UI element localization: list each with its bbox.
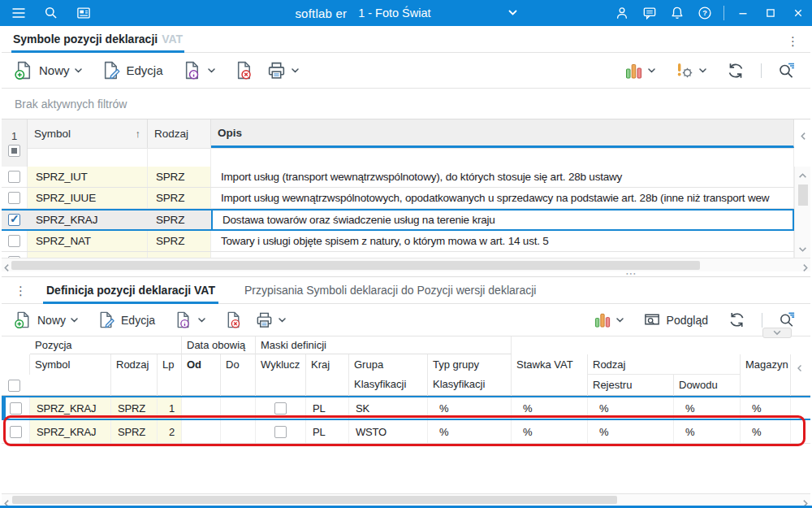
- column-header-rejestru[interactable]: Rejestru: [588, 375, 674, 396]
- print-button[interactable]: [261, 57, 304, 84]
- row-checkbox-checked[interactable]: [8, 214, 20, 226]
- column-header-grupa-klasyfikacji[interactable]: GrupaKlasyfikacji: [349, 354, 428, 396]
- horizontal-scrollbar[interactable]: [2, 493, 810, 506]
- main-tabbar: Symbole pozycji deklaracji VAT ⋮: [2, 26, 810, 53]
- nowy-button[interactable]: Nowy: [8, 57, 88, 84]
- vertical-scrollbar[interactable]: [794, 167, 810, 258]
- warning-gear-icon: [675, 61, 694, 80]
- search-icon[interactable]: [37, 0, 65, 26]
- delete-button[interactable]: [229, 57, 261, 84]
- column-header-dowodu[interactable]: Dowodu: [674, 375, 741, 396]
- help-icon[interactable]: ?: [691, 0, 719, 26]
- table-row[interactable]: SPRZ_IUT SPRZ Import usług (transport we…: [2, 167, 794, 188]
- select-all-checkbox[interactable]: [8, 380, 20, 392]
- scrollbar-thumb[interactable]: [11, 261, 700, 270]
- news-panel-icon[interactable]: [70, 0, 97, 26]
- scrollbar-thumb[interactable]: [12, 496, 617, 504]
- window-title: 1 - Foto Świat: [358, 7, 430, 20]
- column-header-rodzaj[interactable]: Rodzaj: [148, 119, 211, 148]
- filter-cell[interactable]: [28, 148, 148, 167]
- collapse-panel-button[interactable]: [762, 328, 792, 338]
- refresh-button[interactable]: [722, 307, 752, 332]
- cell-stawka-vat: %: [512, 397, 588, 419]
- column-header-symbol[interactable]: Symbol ↑: [28, 119, 148, 148]
- cell-rodzaj: SPRZ: [148, 252, 211, 258]
- column-header-rodzaj-group[interactable]: Rodzaj: [588, 354, 741, 375]
- podglad-button[interactable]: Podgląd: [637, 307, 714, 332]
- document-delete-icon: [225, 310, 244, 329]
- sort-ascending-icon[interactable]: ↑: [136, 128, 141, 140]
- scroll-up-icon[interactable]: [798, 168, 807, 183]
- edycja-button[interactable]: Edycja: [96, 57, 169, 84]
- horizontal-scrollbar[interactable]: [2, 258, 810, 271]
- tab-definicja-pozycji[interactable]: Definicja pozycji deklaracji VAT: [43, 277, 218, 304]
- column-header-od[interactable]: Od: [182, 354, 221, 396]
- row-checkbox[interactable]: [8, 192, 20, 204]
- cell-do: [221, 420, 256, 443]
- cell-opis: Import usług (transport wewnątrzwspólnot…: [211, 167, 794, 187]
- minimize-button[interactable]: [729, 0, 757, 26]
- document-info-button[interactable]: [169, 307, 211, 332]
- table-row-annotated[interactable]: SPRZ_KRAJ SPRZ 2 PL WSTO % % % % %: [2, 420, 810, 444]
- table-row[interactable]: SPRZ_NAT SPRZ Towary i usługi objęte spi…: [2, 231, 794, 252]
- row-header-cell[interactable]: 1: [2, 119, 28, 167]
- column-header-opis[interactable]: Opis: [211, 119, 794, 148]
- column-header-stawka-vat[interactable]: Stawka VAT: [512, 354, 588, 396]
- delete-button[interactable]: [219, 307, 249, 332]
- refresh-icon: [728, 310, 746, 329]
- document-new-icon: [14, 310, 32, 329]
- bell-icon[interactable]: [663, 0, 691, 26]
- column-scroll-left-icon[interactable]: [799, 129, 808, 144]
- filter-cell[interactable]: [148, 148, 211, 167]
- row-checkbox[interactable]: [10, 402, 22, 415]
- column-header-symbol[interactable]: Symbol: [30, 354, 111, 396]
- chart-view-button[interactable]: [620, 59, 661, 83]
- edycja-button[interactable]: Edycja: [92, 307, 161, 332]
- table-row[interactable]: SPRZ_IUUE SPRZ Import usług wewnątrzwspó…: [2, 188, 794, 209]
- cell-magazyn: %: [741, 397, 791, 419]
- row-checkbox[interactable]: [8, 235, 20, 247]
- maximize-button[interactable]: [757, 0, 784, 26]
- scroll-down-icon[interactable]: [798, 241, 807, 256]
- chevron-down-icon: [208, 68, 215, 73]
- column-scroll-left-icon[interactable]: [791, 354, 810, 375]
- wyklucz-checkbox[interactable]: [274, 426, 287, 438]
- table-row-selected[interactable]: SPRZ_KRAJ SPRZ 1 PL SK % % % % %: [2, 396, 810, 420]
- column-header-do[interactable]: Do: [221, 354, 256, 396]
- column-header-wyklucz[interactable]: Wyklucz: [256, 354, 306, 396]
- top-toolbar: Nowy Edycja: [2, 53, 810, 89]
- row-checkbox[interactable]: [10, 426, 22, 438]
- detail-panel-menu-icon[interactable]: ⋮: [10, 281, 32, 300]
- cell-od: [182, 397, 221, 419]
- document-info-button[interactable]: [177, 57, 221, 84]
- user-icon[interactable]: [608, 0, 636, 26]
- refresh-button[interactable]: [720, 58, 751, 84]
- cell-kraj: PL: [306, 397, 349, 419]
- tab-symbole-pozycji-deklaracji-vat[interactable]: Symbole pozycji deklaracji VAT: [11, 26, 184, 53]
- table-row-clipped[interactable]: SPRZ_OS SPRZ Dostawa towarów/świadczenie…: [2, 252, 794, 258]
- tabbar-overflow-menu-icon[interactable]: ⋮: [782, 32, 804, 50]
- title-chevron-down-icon[interactable]: [508, 10, 517, 16]
- scrollbar-thumb[interactable]: [798, 185, 808, 206]
- chat-icon[interactable]: [636, 0, 663, 26]
- column-header-kraj[interactable]: Kraj: [306, 354, 349, 396]
- close-button[interactable]: [784, 0, 812, 26]
- filter-cell[interactable]: [211, 148, 794, 167]
- select-all-checkbox[interactable]: [8, 145, 20, 157]
- nowy-button[interactable]: Nowy: [8, 307, 84, 332]
- tab-przypisania-symboli[interactable]: Przypisania Symboli deklaracji do Pozycj…: [241, 277, 539, 304]
- titlebar-separator: [723, 6, 724, 20]
- chart-view-button[interactable]: [589, 308, 629, 332]
- print-button[interactable]: [249, 307, 292, 332]
- warnings-settings-button[interactable]: [669, 58, 712, 84]
- wyklucz-checkbox[interactable]: [274, 402, 287, 415]
- column-header-rodzaj[interactable]: Rodzaj: [111, 354, 158, 396]
- column-header-magazyn[interactable]: Magazyn: [741, 354, 791, 396]
- search-filter-button[interactable]: [771, 58, 802, 84]
- hamburger-menu-icon[interactable]: [5, 0, 32, 26]
- table-row-selected[interactable]: SPRZ_KRAJ SPRZ Dostawa towarów oraz świa…: [2, 209, 794, 231]
- svg-text:?: ?: [702, 9, 707, 17]
- column-header-typ-grupy-klasyfikacji[interactable]: Typ grupyKlasyfikacji: [428, 354, 512, 396]
- row-checkbox[interactable]: [8, 171, 20, 183]
- column-header-lp[interactable]: Lp: [158, 354, 182, 396]
